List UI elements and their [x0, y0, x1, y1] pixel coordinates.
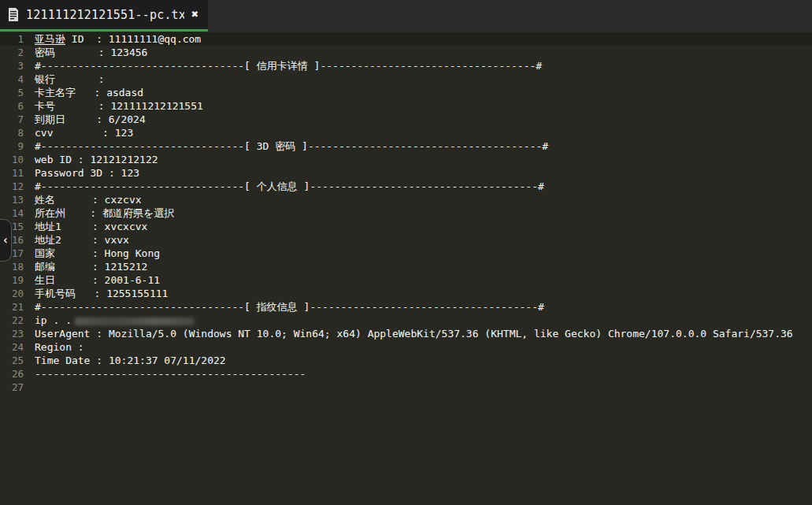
line-number: 4: [0, 72, 30, 86]
line-number: 1: [0, 32, 30, 46]
editor-line[interactable]: 23 UserAgent : Mozilla/5.0 (Windows NT 1…: [0, 327, 812, 340]
line-number: 7: [0, 113, 30, 126]
line-text: 密码 : 123456: [30, 46, 147, 59]
line-number: 2: [0, 46, 30, 59]
line-number: 24: [0, 340, 30, 354]
editor-line[interactable]: 8 cvv : 123: [0, 126, 812, 139]
line-text: Region :: [30, 340, 90, 354]
line-number: 5: [0, 86, 30, 99]
editor-line[interactable]: 9 #---------------------------------[ 3D…: [0, 139, 812, 153]
line-text: ip . .: [30, 314, 195, 327]
line-number: 21: [0, 300, 30, 314]
editor-line[interactable]: 7 到期日 : 6/2024: [0, 113, 812, 126]
editor-line[interactable]: 10 web ID : 12121212122: [0, 153, 812, 166]
editor-line[interactable]: 26 -------------------------------------…: [0, 367, 812, 381]
line-text: 邮编 : 1215212: [30, 260, 147, 273]
text-editor[interactable]: 1 亚马逊 ID : 11111111@qq.com 2 密码 : 123456…: [0, 32, 812, 504]
chevron-left-icon: ‹: [2, 233, 9, 247]
line-number: 13: [0, 193, 30, 206]
redacted-ip-blur: [75, 317, 195, 325]
line-number: 22: [0, 314, 30, 327]
editor-line[interactable]: 17 国家 : Hong Kong: [0, 247, 812, 260]
line-text: web ID : 12121212122: [30, 153, 158, 166]
editor-line[interactable]: 11 Password 3D : 123: [0, 166, 812, 180]
line-number: 3: [0, 59, 30, 72]
editor-line[interactable]: 20 手机号码 : 1255155111: [0, 287, 812, 300]
underlined-word: 亚马逊: [35, 33, 65, 45]
editor-line[interactable]: 12 #---------------------------------[ 个…: [0, 180, 812, 193]
line-text: 姓名 : cxzcvx: [30, 193, 142, 206]
editor-line[interactable]: 15 地址1 : xvcxcvx: [0, 220, 812, 233]
line-text: 亚马逊 ID : 11111111@qq.com: [30, 32, 201, 46]
line-number: 23: [0, 327, 30, 340]
tab-open-file[interactable]: 121111212121551--pc.txt ✖: [0, 0, 208, 32]
line-number: 18: [0, 260, 30, 273]
line-text: 地址1 : xvcxcvx: [30, 220, 147, 233]
line-number: 10: [0, 153, 30, 166]
line-number: 14: [0, 206, 30, 220]
line-text: 卡号 : 121111212121551: [30, 99, 203, 113]
close-icon[interactable]: ✖: [191, 9, 198, 20]
line-text: 生日 : 2001-6-11: [30, 273, 160, 287]
line-number: 25: [0, 354, 30, 367]
editor-line-ip[interactable]: 22 ip . .: [0, 314, 812, 327]
tab-title: 121111212121551--pc.txt: [26, 8, 184, 22]
line-text: 国家 : Hong Kong: [30, 247, 160, 260]
line-text: UserAgent : Mozilla/5.0 (Windows NT 10.0…: [30, 327, 793, 340]
line-text: Time Date : 10:21:37 07/11/2022: [30, 354, 226, 367]
line-number: 12: [0, 180, 30, 193]
line-text: cvv : 123: [30, 126, 133, 139]
line-text: ----------------------------------------…: [30, 367, 306, 381]
line-text: #---------------------------------[ 指纹信息…: [30, 300, 544, 314]
line-text: [30, 381, 35, 394]
editor-line[interactable]: 27: [0, 381, 812, 394]
line-number: 11: [0, 166, 30, 180]
line-text: Password 3D : 123: [30, 166, 139, 180]
line-text: 到期日 : 6/2024: [30, 113, 146, 126]
line-number: 8: [0, 126, 30, 139]
line-text: 卡主名字 : asdasd: [30, 86, 143, 99]
editor-line[interactable]: 14 所在州 : 都道府県を選択: [0, 206, 812, 220]
line-text: 所在州 : 都道府県を選択: [30, 206, 174, 220]
sidebar-collapse-handle[interactable]: ‹: [0, 219, 12, 262]
editor-line[interactable]: 1 亚马逊 ID : 11111111@qq.com: [0, 32, 812, 46]
line-text: 地址2 : vxvx: [30, 233, 129, 247]
line-number: 20: [0, 287, 30, 300]
editor-line[interactable]: 2 密码 : 123456: [0, 46, 812, 59]
line-text: 手机号码 : 1255155111: [30, 287, 168, 300]
editor-line[interactable]: 21 #---------------------------------[ 指…: [0, 300, 812, 314]
editor-line[interactable]: 5 卡主名字 : asdasd: [0, 86, 812, 99]
editor-line[interactable]: 25 Time Date : 10:21:37 07/11/2022: [0, 354, 812, 367]
line-text: #---------------------------------[ 个人信息…: [30, 180, 544, 193]
line-text: #---------------------------------[ 3D 密…: [30, 139, 548, 153]
editor-line[interactable]: 6 卡号 : 121111212121551: [0, 99, 812, 113]
editor-line[interactable]: 19 生日 : 2001-6-11: [0, 273, 812, 287]
tab-bar: 121111212121551--pc.txt ✖: [0, 0, 812, 32]
line-number: 19: [0, 273, 30, 287]
line-number: 6: [0, 99, 30, 113]
ip-label: ip . .: [35, 314, 72, 326]
editor-line[interactable]: 18 邮编 : 1215212: [0, 260, 812, 273]
editor-line[interactable]: 13 姓名 : cxzcvx: [0, 193, 812, 206]
editor-line[interactable]: 16 地址2 : vxvx: [0, 233, 812, 247]
editor-line[interactable]: 24 Region :: [0, 340, 812, 354]
line-number: 26: [0, 367, 30, 381]
line-text: #---------------------------------[ 信用卡详…: [30, 59, 542, 72]
editor-line[interactable]: 4 银行 :: [0, 72, 812, 86]
line-number: 9: [0, 139, 30, 153]
editor-line[interactable]: 3 #---------------------------------[ 信用…: [0, 59, 812, 72]
document-icon: [8, 8, 19, 21]
line-text-rest: ID : 11111111@qq.com: [65, 33, 201, 45]
line-number: 27: [0, 381, 30, 394]
line-text: 银行 :: [30, 72, 105, 86]
